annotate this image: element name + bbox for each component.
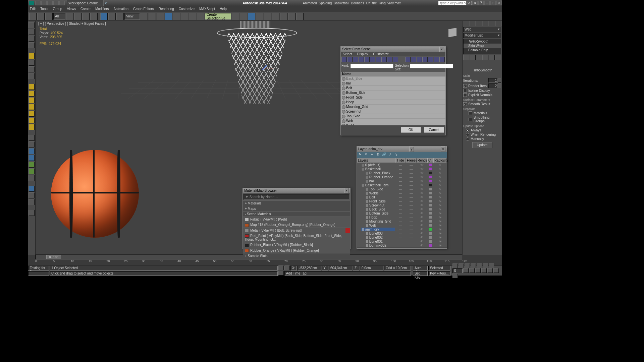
keyfilters-button[interactable]: Key Filters... [428,271,450,276]
render-icon[interactable] [296,13,304,20]
spinner[interactable] [498,83,501,88]
list-item[interactable]: Screw-nut [341,109,445,114]
render-setup-icon[interactable] [280,13,287,20]
list-item[interactable]: Web [341,119,445,123]
layer-row[interactable]: ⊞ Dummy002——👁☀ [357,243,447,247]
menu-edit[interactable]: Edit [30,7,36,11]
key-tangent-icon[interactable] [483,263,488,268]
material-browser-dialog[interactable]: Material/Map Browser× ▼ Search by Name .… [243,188,351,249]
l13-icon[interactable] [29,111,35,117]
rotate-icon[interactable] [108,13,116,20]
material-item[interactable]: Map #18 (Rubber_Orangel_Bump.png) [Rubbe… [243,222,350,227]
stack-buttons[interactable] [463,55,501,60]
menu-views[interactable]: Views [67,7,76,11]
l12-icon[interactable] [29,104,35,110]
workspace-reset[interactable]: ↺ [105,1,108,5]
list-item[interactable]: Hoop [341,100,445,105]
render-iters-check[interactable] [463,84,467,88]
layer-row[interactable]: ⊞ ball——👁☀ [357,179,447,183]
keymode-dropdown[interactable]: Selected [428,266,450,270]
layer-row[interactable]: ⊞ Rubber_Orange——👁☀ [357,175,447,179]
close-icon[interactable]: × [496,1,502,5]
l3-icon[interactable] [29,36,35,42]
align-icon[interactable] [240,13,247,20]
sfs-display[interactable]: Display [357,52,368,56]
window-crossing-icon[interactable] [90,13,98,20]
minimize-icon[interactable]: – [484,1,490,5]
mat-slots-header[interactable]: + Sample Slots [243,253,350,258]
maximize-vp-icon[interactable] [452,274,458,278]
smooth-check[interactable] [463,102,467,106]
l2-icon[interactable] [29,29,35,35]
mirror-icon[interactable] [232,13,239,20]
sfs-customize[interactable]: Customize [373,52,389,56]
always-radio[interactable] [466,129,469,132]
zoom-all-icon[interactable] [469,268,475,273]
mats-check[interactable] [469,111,472,115]
render-iters-input[interactable] [488,83,498,88]
zoom-icon[interactable] [463,268,469,273]
layer-row[interactable]: ⊞ Bottom_Side——👁☀ [357,211,447,215]
lock-icon[interactable] [278,265,284,270]
layer-row[interactable]: ⊞ Basketball_Rim——👁☀ [357,183,447,187]
mat-materials-header[interactable]: + Materials [243,200,350,206]
fov-icon[interactable] [481,268,487,273]
pan-icon[interactable] [487,268,493,273]
list-item[interactable]: Front_Side [341,95,445,100]
explicit-check[interactable] [463,93,467,97]
orbit-icon[interactable] [493,268,499,273]
play-icon[interactable] [465,263,470,268]
mat-scene-header[interactable]: - Scene Materials [243,211,350,217]
sfs-selset-input[interactable] [410,64,453,68]
layer-row[interactable]: ⊞ Web——👁☀ [357,223,447,227]
material-item[interactable]: Red_Paint ( VRayMtl ) [Back_Side, Bottom… [243,233,350,242]
menu-customize[interactable]: Customize [179,7,195,11]
list-item[interactable]: Bottom_Side [341,90,445,95]
menu-group[interactable]: Group [53,7,62,11]
mat-maps-header[interactable]: + Maps [243,206,350,211]
layer-dialog[interactable]: Layer: anim_drv ? × ✎×+⚙🔗↗↘ Layers Hide … [357,146,447,249]
l8-icon[interactable] [29,73,35,79]
l22-icon[interactable] [29,175,35,181]
y-coord[interactable]: 604,341cm [329,266,352,270]
l11-icon[interactable] [29,97,35,103]
l9-icon[interactable] [29,84,35,90]
sfs-ok-button[interactable]: OK [401,127,421,133]
workspace-dropdown[interactable]: Workspace: Default [67,0,104,6]
percent-snap-icon[interactable] [181,13,188,20]
whenrend-radio[interactable] [466,133,469,136]
prev-frame-icon[interactable] [459,263,464,268]
layer-row[interactable]: ⊞ Top_Side——👁☀ [357,187,447,191]
l23-icon[interactable] [29,186,35,192]
menu-maxscript[interactable]: MAXScript [199,7,215,11]
open-icon[interactable] [41,1,47,5]
rendered-frame-icon[interactable] [288,13,296,20]
curve-editor-icon[interactable] [256,13,263,20]
l6-icon[interactable] [29,60,35,66]
l17-icon[interactable] [29,141,35,147]
l25-icon[interactable] [29,199,35,205]
link-icon[interactable] [45,13,53,20]
layer-row[interactable]: ⊞ Bone002——👁☀ [357,235,447,239]
layer-row[interactable]: ⊞ Mounting_Grid——👁☀ [357,219,447,223]
l21-icon[interactable] [29,168,35,174]
close-icon[interactable]: × [344,188,349,193]
list-item[interactable]: Top_Side [341,114,445,119]
angle-snap-icon[interactable] [173,13,180,20]
setkey-button[interactable]: Set Key [413,271,428,276]
layer-row[interactable]: ⊞ Basketball——👁☀ [357,167,447,171]
viewport-label[interactable]: [ + ] [ Perspective ] [ Shaded + Edged F… [38,22,106,25]
spinner[interactable] [498,78,501,83]
select-icon[interactable] [66,13,73,20]
l20-icon[interactable] [29,162,35,168]
move-icon[interactable] [100,13,108,20]
sfs-cancel-button[interactable]: Cancel [424,127,444,133]
star-icon[interactable]: ★ [472,1,478,5]
list-item[interactable]: Back_Side [341,76,445,81]
update-button[interactable]: Update [472,142,492,148]
select-name-icon[interactable] [74,13,82,20]
schematic-icon[interactable] [264,13,271,20]
layer-toolbar[interactable]: ✎×+⚙🔗↗↘ [357,152,447,158]
layer-row[interactable]: ⊞ 0 (default)——👁☀ [357,163,447,167]
snap-icon[interactable] [165,13,172,20]
